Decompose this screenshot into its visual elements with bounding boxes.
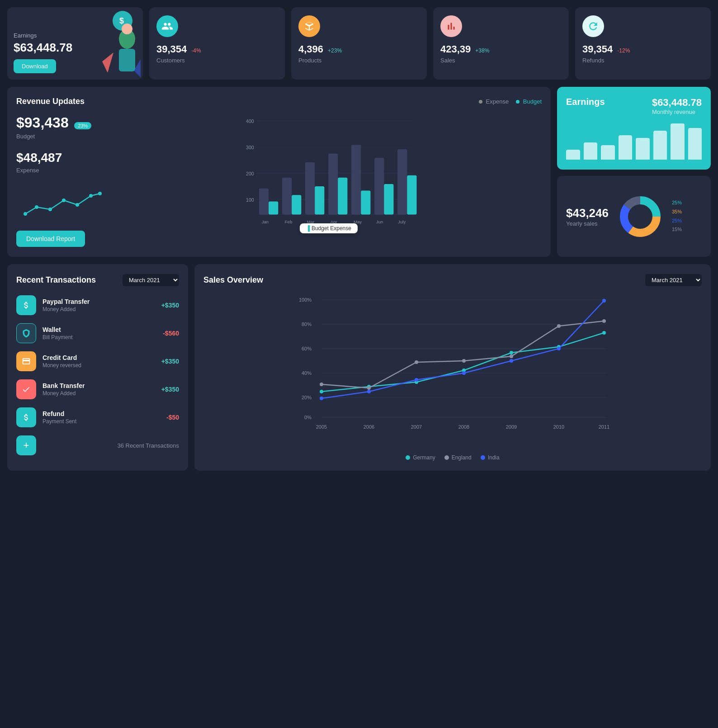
bar-chart-svg: 400 300 200 100 bbox=[116, 114, 542, 232]
refunds-stat-card: 39,354 -12% Refunds bbox=[575, 7, 711, 80]
sales-month-selector[interactable]: March 2021 February 2021 bbox=[645, 274, 702, 286]
revenue-card: Revenue Updates Expense Budget $93,438 2… bbox=[7, 87, 551, 257]
svg-text:300: 300 bbox=[246, 145, 254, 150]
svg-point-8 bbox=[35, 205, 38, 209]
sales-stat-card: 423,39 +38% Sales bbox=[433, 7, 569, 80]
dollar-icon bbox=[22, 301, 31, 310]
transactions-month-selector[interactable]: March 2021 February 2021 January 2021 bbox=[123, 274, 179, 286]
india-label: India bbox=[488, 454, 500, 461]
sparkline-svg bbox=[16, 184, 107, 221]
chart-legend: Expense Budget bbox=[479, 98, 542, 105]
svg-text:80%: 80% bbox=[302, 321, 312, 327]
transaction-paypal: Paypal Transfer Money Added +$350 bbox=[16, 295, 179, 315]
svg-rect-25 bbox=[305, 162, 315, 215]
segment-1-label: 25% bbox=[672, 199, 682, 208]
svg-rect-24 bbox=[282, 178, 292, 215]
germany-dot bbox=[406, 455, 410, 460]
svg-point-68 bbox=[320, 390, 323, 393]
svg-point-79 bbox=[510, 355, 513, 358]
transaction-wallet: Wallet Bill Payment -$560 bbox=[16, 323, 179, 343]
svg-point-7 bbox=[24, 212, 27, 216]
svg-rect-34 bbox=[361, 191, 370, 215]
earnings-stat-card: $ Earnings $63,448.78 Download bbox=[7, 7, 143, 80]
customers-icon-circle bbox=[156, 15, 178, 37]
legend-india: India bbox=[481, 454, 500, 461]
paypal-icon bbox=[16, 295, 36, 315]
transaction-refund: Refund Payment Sent -$50 bbox=[16, 407, 179, 427]
svg-point-88 bbox=[602, 299, 606, 303]
svg-text:July: July bbox=[398, 219, 406, 224]
svg-text:Jun: Jun bbox=[376, 219, 383, 224]
svg-text:60%: 60% bbox=[302, 346, 312, 351]
teal-bar-chart bbox=[566, 123, 702, 160]
svg-point-82 bbox=[320, 397, 323, 400]
refund-name: Refund bbox=[43, 410, 160, 417]
svg-rect-32 bbox=[315, 186, 324, 215]
teal-card-amount: $63,448.78 bbox=[652, 97, 702, 109]
svg-text:2005: 2005 bbox=[316, 424, 327, 430]
paypal-name: Paypal Transfer bbox=[43, 298, 155, 305]
svg-rect-23 bbox=[259, 189, 269, 215]
shield-icon bbox=[22, 329, 31, 338]
credit-card-info: Credit Card Money reversed bbox=[43, 354, 155, 369]
sales-change: +38% bbox=[475, 47, 489, 54]
refund-info: Refund Payment Sent bbox=[43, 410, 160, 425]
donut-chart-svg bbox=[618, 194, 663, 239]
download-report-button[interactable]: Download Report bbox=[16, 231, 85, 247]
products-stat-card: 4,396 +23% Products bbox=[291, 7, 427, 80]
svg-point-48 bbox=[629, 206, 651, 227]
revenue-left: $93,438 23% Budget $48,487 Expense bbox=[16, 114, 107, 247]
svg-text:200: 200 bbox=[246, 171, 254, 176]
teal-bar-7 bbox=[671, 123, 685, 160]
customers-stat-card: 39,354 -4% Customers bbox=[149, 7, 285, 80]
svg-point-12 bbox=[89, 194, 93, 198]
yearly-sales-left: $43,246 Yearly sales bbox=[566, 206, 609, 227]
legend-england: England bbox=[444, 454, 472, 461]
credit-card-amount: +$350 bbox=[161, 358, 179, 365]
middle-row: Revenue Updates Expense Budget $93,438 2… bbox=[7, 87, 711, 257]
svg-text:$: $ bbox=[119, 16, 124, 25]
chart-icon bbox=[445, 20, 457, 32]
bank-transfer-amount: +$350 bbox=[161, 386, 179, 393]
top-stats-row: $ Earnings $63,448.78 Download 39,354 bbox=[7, 7, 711, 80]
people-icon bbox=[161, 20, 173, 32]
svg-text:100%: 100% bbox=[299, 297, 312, 303]
sales-label: Sales bbox=[440, 57, 562, 64]
svg-point-72 bbox=[510, 351, 513, 355]
teal-card-title: Earnings bbox=[566, 97, 605, 107]
sparkline bbox=[16, 184, 107, 222]
svg-text:2007: 2007 bbox=[411, 424, 422, 430]
add-transaction-button[interactable]: + bbox=[16, 435, 36, 455]
customers-label: Customers bbox=[156, 57, 278, 64]
sales-title: Sales Overview bbox=[203, 275, 263, 285]
customers-value: 39,354 bbox=[156, 43, 187, 55]
sales-value: 423,39 bbox=[440, 43, 471, 55]
teal-card-sub: Monthly revenue bbox=[652, 109, 702, 115]
svg-rect-36 bbox=[407, 175, 416, 215]
transactions-header: Recent Transactions March 2021 February … bbox=[16, 274, 179, 286]
earnings-download-button[interactable]: Download bbox=[14, 59, 56, 73]
earnings-amount: $63,448.78 bbox=[14, 41, 137, 55]
svg-point-77 bbox=[415, 360, 418, 364]
svg-text:Feb: Feb bbox=[285, 219, 293, 224]
svg-text:0%: 0% bbox=[304, 415, 312, 420]
yearly-label: Yearly sales bbox=[566, 220, 609, 227]
transactions-footer: + 36 Recent Transactions bbox=[16, 435, 179, 455]
svg-rect-31 bbox=[292, 195, 301, 214]
svg-point-11 bbox=[76, 203, 79, 207]
svg-point-87 bbox=[557, 347, 561, 350]
revenue-body: $93,438 23% Budget $48,487 Expense bbox=[16, 114, 542, 247]
svg-point-9 bbox=[48, 208, 52, 211]
products-icon-circle bbox=[298, 15, 320, 37]
india-dot bbox=[481, 455, 485, 460]
wallet-amount: -$560 bbox=[163, 330, 179, 337]
right-column: Earnings $63,448.78 Monthly revenue bbox=[557, 87, 711, 257]
svg-point-74 bbox=[602, 331, 606, 335]
sales-header: Sales Overview March 2021 February 2021 bbox=[203, 274, 702, 286]
svg-text:2011: 2011 bbox=[599, 424, 609, 430]
teal-bar-1 bbox=[566, 150, 580, 160]
transaction-count: 36 Recent Transactions bbox=[117, 442, 179, 449]
sales-legend-row: Germany England India bbox=[203, 454, 702, 461]
svg-point-86 bbox=[510, 359, 513, 363]
wallet-name: Wallet bbox=[43, 326, 156, 333]
